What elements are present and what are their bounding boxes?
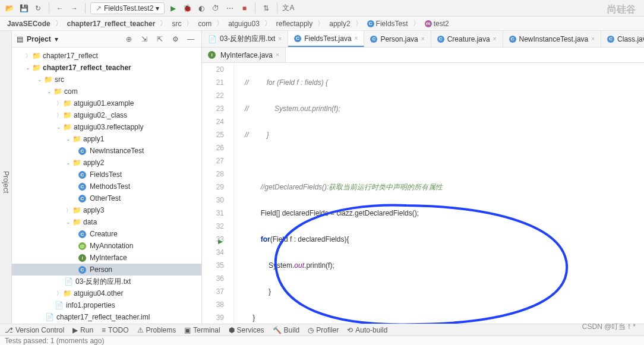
editor-tab[interactable]: CNewInstanceTest.java× — [503, 31, 602, 47]
tree-item[interactable]: chapter17_reflect_teacher.iml — [56, 313, 150, 321]
editor-tab[interactable]: IMyInterface.java× — [202, 48, 286, 62]
breadcrumb-item[interactable]: apply2 — [327, 18, 352, 29]
close-icon[interactable]: × — [278, 36, 282, 42]
properties-file-icon: 📄 — [55, 302, 62, 309]
tree-item[interactable]: OtherTest — [90, 194, 121, 202]
redo-icon[interactable]: → — [68, 2, 80, 14]
breadcrumb-item[interactable]: src — [169, 18, 184, 29]
tree-item[interactable]: src — [55, 75, 64, 84]
tree-item[interactable]: atguigu04.other — [74, 289, 123, 297]
close-icon[interactable]: × — [421, 36, 425, 42]
editor-tab[interactable]: CClass.java× — [601, 31, 644, 47]
tree-item[interactable]: atguigu03.reflectapply — [74, 123, 143, 131]
tree-item[interactable]: info1.properties — [66, 301, 115, 309]
breadcrumb-item[interactable]: reflectapply — [274, 18, 315, 29]
tree-item[interactable]: atguigu02._class — [74, 111, 127, 119]
tree-item[interactable]: NewInstanceTest — [90, 147, 144, 155]
editor-tab-active[interactable]: CFieldsTest.java× — [288, 31, 364, 47]
tree-item[interactable]: MyInterface — [90, 254, 127, 262]
chevron-down-icon[interactable]: ▾ — [55, 35, 58, 43]
class-icon: C — [607, 36, 614, 43]
text-file-icon: 📄 — [64, 278, 72, 286]
class-icon: C — [509, 36, 516, 43]
editor-tabs-row2: IMyInterface.java× — [202, 48, 644, 63]
code-editor[interactable]: 20212223 24252627 28293031 3233▶ 3435363… — [202, 63, 644, 333]
build-tab[interactable]: 🔨 Build — [273, 326, 300, 334]
tree-item[interactable]: apply2 — [83, 159, 104, 167]
tree-item[interactable]: MyAnnotation — [90, 242, 133, 250]
breadcrumb-method[interactable]: mtest2 — [422, 18, 452, 29]
class-icon: C — [78, 147, 86, 155]
services-tab[interactable]: ⬢ Services — [229, 326, 264, 334]
undo-icon[interactable]: ← — [54, 2, 66, 14]
select-opened-icon[interactable]: ⊕ — [123, 33, 135, 45]
sync-icon[interactable]: ↻ — [32, 2, 44, 14]
annotation-icon: @ — [78, 242, 86, 250]
run-config-label: FieldsTest.test2 — [104, 4, 153, 12]
project-tool-tab[interactable]: Project — [2, 37, 10, 327]
project-tree[interactable]: 〉📁chapter17_reflect ⌄📁chapter17_reflect_… — [12, 48, 201, 333]
text-file-icon: 📄 — [208, 35, 217, 43]
class-icon: C — [78, 230, 86, 238]
tree-item[interactable]: apply3 — [83, 206, 104, 214]
code-content[interactable]: // for (Field f : fields) { // System.ou… — [234, 63, 644, 333]
settings-icon[interactable]: ⚙ — [169, 33, 181, 45]
expand-icon[interactable]: ⇲ — [138, 33, 150, 45]
terminal-tab[interactable]: ▣ Terminal — [184, 326, 220, 334]
editor-tab[interactable]: CPerson.java× — [364, 31, 431, 47]
tree-item[interactable]: data — [83, 218, 97, 226]
editor-tab[interactable]: CCreature.java× — [431, 31, 503, 47]
tree-item[interactable]: com — [64, 87, 78, 96]
tree-item[interactable]: apply1 — [83, 135, 104, 143]
tree-item-selected[interactable]: Person — [90, 265, 112, 274]
close-icon[interactable]: × — [493, 36, 497, 42]
collapse-icon[interactable]: ⇱ — [154, 33, 166, 45]
problems-tab[interactable]: ⚠ Problems — [137, 326, 176, 334]
breadcrumb-class[interactable]: CFieldsTest — [365, 18, 411, 29]
tree-item[interactable]: Creature — [90, 230, 118, 238]
editor-tabs: 📄03-反射的应用.txt× CFieldsTest.java× CPerson… — [202, 31, 644, 48]
tree-item[interactable]: FieldsTest — [90, 170, 122, 179]
class-icon: C — [370, 36, 377, 43]
tree-item[interactable]: MethodsTest — [90, 182, 130, 191]
profile-icon[interactable]: ⏱ — [210, 2, 222, 14]
open-icon[interactable]: 📂 — [4, 2, 15, 14]
autobuild-tab[interactable]: ⟲ Auto-build — [347, 326, 387, 334]
hide-icon[interactable]: — — [185, 33, 197, 45]
coverage-icon[interactable]: ◐ — [195, 2, 207, 14]
stop-icon[interactable]: ■ — [238, 2, 250, 14]
todo-tab[interactable]: ≡ TODO — [102, 326, 128, 334]
close-icon[interactable]: × — [355, 35, 358, 42]
class-icon: C — [437, 36, 444, 43]
save-icon[interactable]: 💾 — [18, 2, 30, 14]
breadcrumb-bar: JavaSECode〉 chapter17_reflect_teacher〉 s… — [0, 17, 644, 31]
gutter[interactable]: 20212223 24252627 28293031 3233▶ 3435363… — [202, 63, 234, 333]
profiler-tab[interactable]: ◷ Profiler — [308, 326, 339, 334]
version-control-tab[interactable]: ⎇ Version Control — [5, 326, 64, 334]
breadcrumb-item[interactable]: com — [195, 18, 214, 29]
tree-item[interactable]: chapter17_reflect — [43, 52, 98, 60]
side-tool-strip[interactable]: Project Bookmarks Structure — [0, 31, 12, 333]
tree-item[interactable]: 03-反射的应用.txt — [75, 277, 131, 287]
tree-item[interactable]: atguigu01.example — [74, 99, 134, 107]
close-icon[interactable]: × — [276, 52, 279, 58]
run-config-dropdown[interactable]: ↗ FieldsTest.test2 ▾ — [90, 2, 165, 14]
breadcrumb-item[interactable]: JavaSECode — [5, 18, 53, 29]
run-icon[interactable]: ▶ — [167, 2, 179, 14]
main-toolbar: 📂 💾 ↻ ← → ↗ FieldsTest.test2 ▾ ▶ 🐞 ◐ ⏱ ⋯… — [0, 0, 644, 17]
git-icon[interactable]: ⇅ — [260, 2, 272, 14]
class-icon: C — [78, 266, 86, 274]
breadcrumb-item[interactable]: atguigu03 — [226, 18, 262, 29]
debug-icon[interactable]: 🐞 — [181, 2, 193, 14]
class-icon: C — [78, 171, 86, 179]
interface-icon: I — [208, 51, 216, 59]
more-icon[interactable]: 文A — [282, 2, 294, 14]
tree-item[interactable]: chapter17_reflect_teacher — [43, 64, 131, 72]
editor-tab[interactable]: 📄03-反射的应用.txt× — [202, 31, 288, 47]
class-icon: C — [78, 183, 86, 191]
attach-icon[interactable]: ⋯ — [224, 2, 236, 14]
project-panel: ▤ Project ▾ ⊕ ⇲ ⇱ ⚙ — 〉📁chapter17_reflec… — [12, 31, 202, 333]
close-icon[interactable]: × — [591, 36, 595, 42]
run-tab[interactable]: ▶ Run — [72, 326, 93, 334]
breadcrumb-item[interactable]: chapter17_reflect_teacher — [65, 18, 158, 29]
